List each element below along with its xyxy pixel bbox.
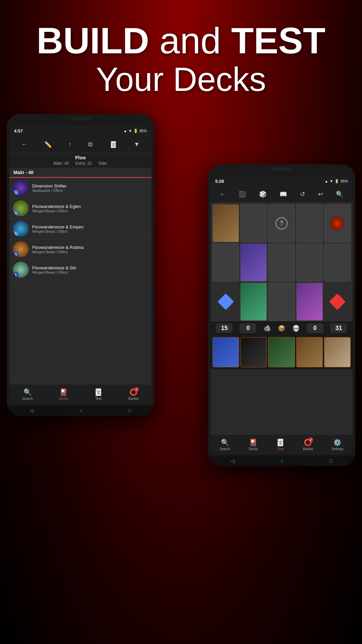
hand-card-1[interactable] <box>213 337 239 367</box>
search-icon-right[interactable]: 🔍 <box>334 189 345 200</box>
hand-card-3[interactable] <box>268 337 295 367</box>
nav-decks-label-left: Decks <box>59 397 68 400</box>
player-spell-zone <box>210 282 353 321</box>
status-time-left: 4:57 <box>14 128 23 133</box>
nav-banlist-left[interactable]: ⭕ 1 Banlist <box>128 388 138 400</box>
card-in-cell <box>213 205 239 242</box>
board-cell[interactable] <box>213 204 239 242</box>
lp-area: 15 0 🪨 📦 💀 0 31 <box>210 321 353 335</box>
settings-icon: ⚙️ <box>333 438 342 446</box>
card-in-cell <box>241 283 266 320</box>
card-thumb-3: 2 <box>13 221 29 237</box>
hand-card-inner-2 <box>241 337 266 367</box>
hand-area <box>210 335 353 369</box>
battery-icon-right: 🔋 <box>335 179 339 183</box>
reset-icon[interactable]: ↺ <box>298 189 307 200</box>
nav-search-left[interactable]: 🔍 Search <box>22 388 33 400</box>
android-back-right[interactable]: ◁ <box>231 458 235 464</box>
card-type-5: Winged Beast / Effect <box>32 270 148 274</box>
decks-icon: 🎴 <box>59 388 68 396</box>
share-icon[interactable]: ↑ <box>66 139 73 150</box>
nav-decks-right[interactable]: 🎴 Decks <box>249 438 258 451</box>
board-cell-diamond[interactable] <box>213 283 239 321</box>
nav-settings-label-right: Settings <box>331 447 344 451</box>
nav-decks-label-right: Decks <box>249 447 258 451</box>
list-item: 3 Floowandereeze & Robina Winged Beast /… <box>9 239 152 260</box>
nav-search-right[interactable]: 🔍 Search <box>220 438 230 451</box>
nav-test-right[interactable]: 🃏 Test <box>276 438 285 451</box>
nav-settings-right[interactable]: ⚙️ Settings <box>331 438 344 451</box>
card-info-5: Floowandereeze & Stri Winged Beast / Eff… <box>32 265 148 274</box>
card-count-5: 1 <box>13 272 19 278</box>
card-name-5: Floowandereeze & Stri <box>32 265 148 270</box>
board-cell[interactable] <box>213 244 239 281</box>
android-recents[interactable]: □ <box>128 408 131 413</box>
book-icon[interactable]: 📖 <box>278 189 289 200</box>
android-nav-left: ◁ ○ □ <box>7 405 154 416</box>
board-cell[interactable] <box>324 204 351 242</box>
android-nav-right: ◁ ○ □ <box>208 455 355 466</box>
list-item: 2 Floowandereeze & Empen Winged Beast / … <box>9 219 152 239</box>
board-cell[interactable] <box>240 204 267 242</box>
hero-test: TEST <box>231 20 325 61</box>
board-cell[interactable] <box>268 283 295 321</box>
edit-icon[interactable]: ✏️ <box>42 139 54 150</box>
deck-counts: Main: 40 Extra: 15 Side: <box>9 160 152 166</box>
question-icon: ? <box>276 217 288 229</box>
board-cell-diamond-red[interactable] <box>324 283 351 321</box>
side-count: Side: <box>98 161 107 166</box>
nav-banlist-right[interactable]: ⭕ 2 Banlist <box>303 438 313 451</box>
test-icon: 🃏 <box>94 388 103 396</box>
list-item: 3 Dimension Shifter Spellcaster / Effect <box>9 178 152 198</box>
cards-icon[interactable]: 🃏 <box>108 139 119 150</box>
nav-decks-left[interactable]: 🎴 Decks <box>59 388 68 400</box>
card-in-cell <box>297 283 322 320</box>
dice-lp-icon: 🪨 <box>263 325 271 332</box>
bottom-nav-left: 🔍 Search 🎴 Decks 🃏 Test ⭕ 1 Banlist <box>9 384 152 404</box>
hand-card-inner-1 <box>213 337 239 367</box>
board-cell[interactable] <box>296 283 323 321</box>
board-cell[interactable] <box>268 244 295 281</box>
board-cell[interactable] <box>296 204 323 242</box>
board-cell[interactable] <box>296 244 323 281</box>
board-cell-question[interactable]: ? <box>268 204 295 242</box>
copy-icon[interactable]: ⧉ <box>86 139 95 150</box>
card-type-3: Winged Beast / Effect <box>32 229 148 233</box>
card-name-3: Floowandereeze & Empen <box>32 224 148 229</box>
card-thumb-2: 3 <box>13 200 29 216</box>
graveyard-icon: 💀 <box>292 325 300 332</box>
nav-test-left[interactable]: 🃏 Test <box>94 388 103 400</box>
android-recents-right[interactable]: □ <box>329 458 332 464</box>
dice-icon[interactable]: 🎲 <box>257 189 268 200</box>
board-cell[interactable] <box>240 244 267 281</box>
list-item: 1 Floowandereeze & Stri Winged Beast / E… <box>9 260 152 280</box>
card-type-1: Spellcaster / Effect <box>32 189 148 193</box>
hand-card-5[interactable] <box>324 337 351 367</box>
phone-screen-left: 4:57 ▲ ▼ 🔋 85% ← ✏️ ↑ ⧉ 🃏 ▼ Floo Main: 4… <box>9 126 152 404</box>
board-cell[interactable] <box>324 244 351 281</box>
hand-card-4[interactable] <box>296 337 323 367</box>
section-header-main: Main - 40 <box>9 168 152 178</box>
nav-test-label-right: Test <box>277 447 283 451</box>
phone-speaker-left <box>70 117 90 120</box>
back-button-right[interactable]: ← <box>218 189 228 200</box>
hero-line2: Your Decks <box>0 61 362 98</box>
android-back[interactable]: ◁ <box>30 408 34 413</box>
wifi-icon: ▲ <box>123 129 127 133</box>
card-thumb-1: 3 <box>13 180 29 196</box>
deck-icon-right[interactable]: ⬛ <box>237 189 248 200</box>
android-home-right[interactable]: ○ <box>281 458 283 464</box>
draw-icon[interactable]: ↩ <box>316 189 325 200</box>
decks-icon-right: 🎴 <box>249 438 257 446</box>
hand-card-2[interactable] <box>240 337 267 367</box>
board-cell[interactable] <box>240 283 267 321</box>
back-button-left[interactable]: ← <box>19 139 29 150</box>
filter-icon[interactable]: ▼ <box>132 139 142 150</box>
status-time-right: 5:28 <box>215 179 224 184</box>
card-count-3: 2 <box>13 231 19 237</box>
lp-middle-2: 0 <box>313 325 317 331</box>
card-list: 3 Dimension Shifter Spellcaster / Effect… <box>9 178 152 280</box>
battery-icon: 🔋 <box>133 129 138 133</box>
android-home[interactable]: ○ <box>79 408 82 413</box>
red-diamond-icon <box>329 293 346 310</box>
